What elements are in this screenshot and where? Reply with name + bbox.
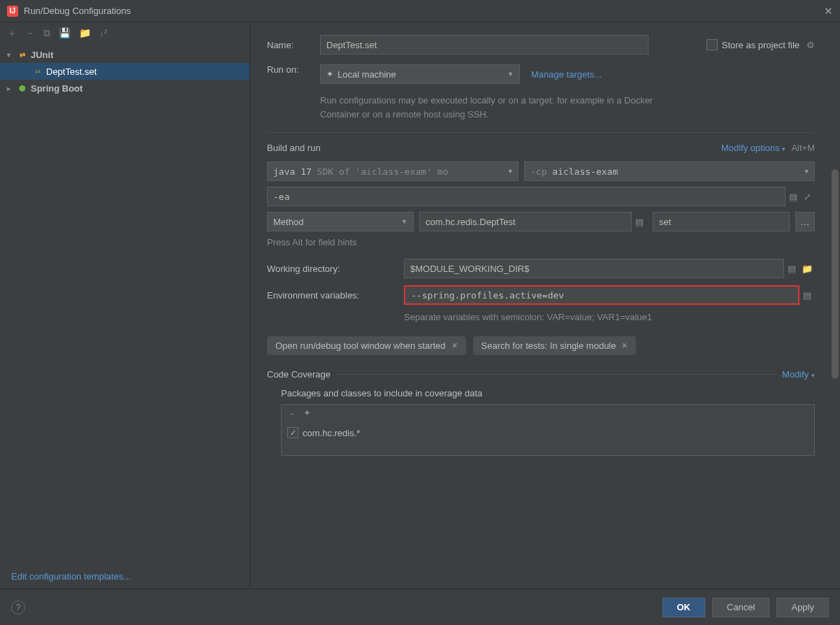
pill-label: Open run/debug tool window when started bbox=[275, 340, 446, 351]
name-input[interactable] bbox=[320, 35, 649, 55]
history-icon[interactable]: ▤ bbox=[784, 259, 799, 278]
coverage-box: － ✦ com.hc.redis.* bbox=[281, 404, 815, 456]
store-as-project-checkbox[interactable] bbox=[707, 39, 718, 50]
tree-node-springboot[interactable]: ▸ ⬢ Spring Boot bbox=[0, 80, 249, 96]
classpath-combo[interactable]: -cp aiclass-exam ▼ bbox=[524, 161, 815, 181]
run-on-hint: Run configurations may be executed local… bbox=[320, 94, 683, 121]
apply-button[interactable]: Apply bbox=[776, 598, 829, 617]
edit-templates-link[interactable]: Edit configuration templates... bbox=[0, 564, 249, 589]
gear-icon[interactable]: ⚙ bbox=[806, 40, 815, 50]
build-run-title: Build and run bbox=[267, 143, 321, 153]
coverage-modify-link[interactable]: Modify ▾ bbox=[782, 369, 815, 380]
chevron-down-icon: ▼ bbox=[507, 71, 514, 78]
remove-pill-icon[interactable]: ✕ bbox=[621, 341, 628, 350]
history-icon[interactable]: ▤ bbox=[799, 285, 815, 305]
spring-icon: ⬢ bbox=[17, 84, 28, 93]
test-kind-value: Method bbox=[273, 217, 303, 227]
coverage-subtitle: Packages and classes to include in cover… bbox=[281, 388, 815, 398]
junit-icon: ⇄ bbox=[17, 51, 28, 59]
tree-label: JUnit bbox=[31, 50, 54, 60]
config-form: Name: Store as project file ⚙ Run on: ✦ … bbox=[250, 22, 840, 589]
test-method-input[interactable] bbox=[653, 212, 790, 231]
tree-node-depttest[interactable]: ⇄ DeptTest.set bbox=[0, 63, 249, 80]
tree-node-junit[interactable]: ▾ ⇄ JUnit bbox=[0, 46, 249, 63]
tree-label: Spring Boot bbox=[31, 83, 82, 94]
run-on-combo[interactable]: ✦ Local machine ▼ bbox=[320, 64, 520, 84]
add-config-icon[interactable]: ＋ bbox=[7, 28, 17, 38]
copy-config-icon[interactable]: ⧉ bbox=[43, 28, 50, 38]
cp-value: -cp aiclass-exam bbox=[530, 166, 618, 177]
chevron-right-icon: ▸ bbox=[7, 85, 17, 92]
title-bar: IJ Run/Debug Configurations ✕ bbox=[0, 0, 840, 22]
folder-config-icon[interactable]: 📁 bbox=[79, 28, 91, 38]
coverage-item[interactable]: com.hc.redis.* bbox=[286, 424, 810, 441]
chevron-down-icon: ▼ bbox=[401, 218, 407, 225]
working-dir-label: Working directory: bbox=[267, 264, 404, 274]
field-hints: Press Alt for field hints bbox=[267, 237, 815, 247]
ok-button[interactable]: OK bbox=[662, 598, 706, 617]
cancel-button[interactable]: Cancel bbox=[712, 598, 769, 617]
window-title: Run/Debug Configurations bbox=[24, 6, 824, 16]
pill-label: Search for tests: In single module bbox=[481, 340, 616, 351]
browse-method-button[interactable]: … bbox=[795, 212, 815, 231]
alt-m-hint: Alt+M bbox=[791, 143, 815, 153]
test-file-icon: ⇄ bbox=[32, 68, 43, 76]
history-icon[interactable]: ▤ bbox=[632, 212, 647, 231]
close-icon[interactable]: ✕ bbox=[824, 5, 833, 17]
chevron-down-icon: ▾ bbox=[7, 51, 17, 59]
app-icon: IJ bbox=[7, 6, 18, 17]
remove-coverage-icon[interactable]: － bbox=[287, 408, 296, 420]
option-pill-search-tests[interactable]: Search for tests: In single module ✕ bbox=[473, 336, 637, 355]
dialog-footer: ? OK Cancel Apply bbox=[0, 589, 840, 625]
chevron-down-icon: ▼ bbox=[805, 168, 809, 175]
sidebar: ＋ － ⧉ 💾 📁 ↓² ▾ ⇄ JUnit ⇄ DeptTest.set ▸ … bbox=[0, 22, 250, 589]
config-tree: ▾ ⇄ JUnit ⇄ DeptTest.set ▸ ⬢ Spring Boot bbox=[0, 43, 249, 564]
remove-config-icon[interactable]: － bbox=[25, 28, 35, 38]
remove-pill-icon[interactable]: ✕ bbox=[451, 341, 458, 350]
scrollbar[interactable] bbox=[832, 169, 839, 379]
coverage-item-label: com.hc.redis.* bbox=[303, 428, 360, 438]
config-toolbar: ＋ － ⧉ 💾 📁 ↓² bbox=[0, 22, 249, 43]
name-label: Name: bbox=[267, 40, 320, 50]
tree-label: DeptTest.set bbox=[46, 66, 96, 77]
env-vars-hint: Separate variables with semicolon: VAR=v… bbox=[404, 312, 815, 322]
env-vars-input[interactable] bbox=[404, 285, 799, 305]
run-on-label: Run on: bbox=[267, 64, 320, 75]
test-kind-combo[interactable]: Method ▼ bbox=[267, 212, 414, 231]
store-as-project-label: Store as project file bbox=[722, 40, 799, 50]
folder-icon[interactable]: 📁 bbox=[799, 259, 815, 278]
vm-options-input[interactable] bbox=[267, 187, 785, 206]
modify-options-link[interactable]: Modify options ▾ bbox=[721, 143, 785, 153]
option-pill-open-tool-window[interactable]: Open run/debug tool window when started … bbox=[267, 336, 466, 355]
home-icon: ✦ bbox=[326, 69, 333, 79]
run-on-value: Local machine bbox=[338, 69, 396, 80]
sort-config-icon[interactable]: ↓² bbox=[99, 28, 108, 38]
history-icon[interactable]: ▤ bbox=[785, 187, 800, 206]
code-coverage-title: Code Coverage bbox=[267, 369, 331, 380]
add-coverage-icon[interactable]: ✦ bbox=[303, 408, 311, 420]
coverage-item-checkbox[interactable] bbox=[287, 427, 298, 438]
jdk-value: java 17 SDK of 'aiclass-exam' mo bbox=[273, 166, 448, 177]
expand-icon[interactable]: ⤢ bbox=[800, 187, 815, 206]
help-icon[interactable]: ? bbox=[11, 601, 25, 615]
working-dir-input[interactable] bbox=[404, 259, 784, 278]
chevron-down-icon: ▼ bbox=[509, 168, 512, 175]
manage-targets-link[interactable]: Manage targets... bbox=[531, 69, 602, 80]
env-vars-label: Environment variables: bbox=[267, 290, 404, 301]
save-config-icon[interactable]: 💾 bbox=[59, 28, 71, 38]
jdk-combo[interactable]: java 17 SDK of 'aiclass-exam' mo ▼ bbox=[267, 161, 519, 181]
test-class-input[interactable] bbox=[419, 212, 632, 231]
